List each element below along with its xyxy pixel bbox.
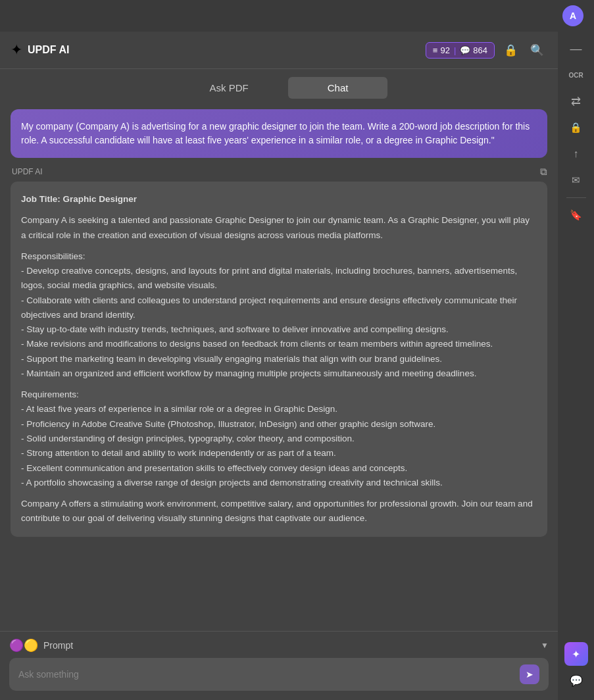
- ai-message: Job Title: Graphic Designer Company A is…: [11, 182, 547, 537]
- credits-chat-icon: 💬: [460, 45, 470, 55]
- credits-doc-icon: ≡: [433, 45, 438, 55]
- tab-ask-pdf[interactable]: Ask PDF: [170, 77, 288, 99]
- avatar: A: [562, 5, 583, 26]
- logo-area: ✦ UPDF AI: [11, 41, 418, 59]
- prompt-dots-icon: 🟣🟡: [9, 638, 38, 653]
- right-sidebar: — OCR ⇄ 🔒 ↑ ✉ 🔖 ✦ 💬: [558, 32, 594, 700]
- credits-badge[interactable]: ≡ 92 | 💬 864: [426, 42, 495, 59]
- logo-text: UPDF AI: [28, 44, 69, 56]
- lock-button[interactable]: 🔒: [500, 39, 521, 61]
- sidebar-divider: [566, 197, 586, 198]
- user-message: My company (Company A) is advertising fo…: [11, 109, 547, 158]
- logo-icon: ✦: [11, 41, 22, 59]
- input-row: ➤: [9, 658, 549, 691]
- chevron-down-icon: ▼: [541, 641, 549, 650]
- minus-icon[interactable]: —: [564, 37, 588, 61]
- main-content: ✦ UPDF AI ≡ 92 | 💬 864 🔒 🔍 Ask PDF Chat …: [0, 32, 558, 700]
- credits-sep: |: [454, 45, 456, 55]
- ask-input[interactable]: [18, 669, 513, 680]
- tab-chat[interactable]: Chat: [288, 77, 388, 99]
- credits-doc-value: 92: [440, 45, 449, 55]
- prompt-label: Prompt: [43, 640, 73, 651]
- top-bar: A: [0, 0, 594, 32]
- credits-chat-value: 864: [473, 45, 487, 55]
- ai-label-text: UPDF AI: [12, 167, 43, 176]
- convert-icon[interactable]: ⇄: [564, 89, 588, 113]
- ai-icon[interactable]: ✦: [564, 642, 588, 666]
- ai-label-row: UPDF AI ⧉: [11, 166, 547, 178]
- share-icon[interactable]: ↑: [564, 142, 588, 166]
- ai-response-body: Company A is seeking a talented and pass…: [21, 213, 537, 526]
- prompt-selector[interactable]: 🟣🟡 Prompt ▼: [9, 638, 549, 653]
- copy-button[interactable]: ⧉: [540, 166, 547, 178]
- search-button[interactable]: 🔍: [526, 39, 547, 61]
- mail-icon[interactable]: ✉: [564, 168, 588, 192]
- chat-bubble-icon[interactable]: 💬: [564, 668, 588, 692]
- bookmark-icon[interactable]: 🔖: [564, 203, 588, 227]
- sidebar-bottom-icons: ✦ 💬: [564, 642, 588, 700]
- lock-sidebar-icon[interactable]: 🔒: [564, 116, 588, 139]
- ai-response-wrapper: UPDF AI ⧉ Job Title: Graphic Designer Co…: [11, 166, 547, 537]
- bottom-bar: 🟣🟡 Prompt ▼ ➤: [0, 631, 558, 700]
- send-button[interactable]: ➤: [520, 664, 539, 684]
- ai-job-title: Job Title: Graphic Designer: [21, 194, 137, 204]
- tabs: Ask PDF Chat: [0, 69, 558, 99]
- header: ✦ UPDF AI ≡ 92 | 💬 864 🔒 🔍: [0, 32, 558, 69]
- header-actions: ≡ 92 | 💬 864 🔒 🔍: [426, 39, 547, 61]
- ocr-icon[interactable]: OCR: [564, 63, 588, 87]
- send-icon: ➤: [526, 669, 533, 680]
- chat-area: My company (Company A) is advertising fo…: [0, 99, 558, 631]
